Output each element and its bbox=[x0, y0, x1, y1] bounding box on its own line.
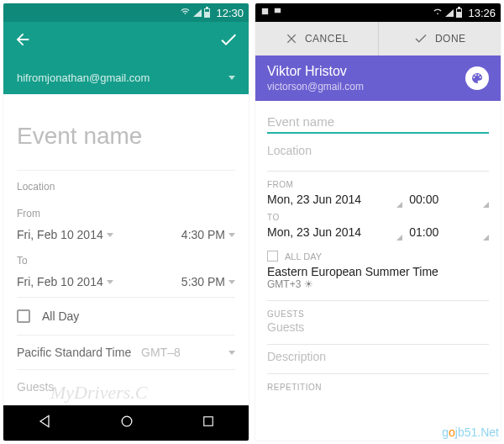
from-time-picker[interactable]: 4:30 PM bbox=[181, 228, 235, 241]
spinner-icon bbox=[483, 235, 489, 240]
repetition-label: REPETITION bbox=[267, 383, 489, 392]
battery-icon bbox=[456, 8, 462, 18]
location-input[interactable]: Location bbox=[267, 139, 489, 166]
notification-icon bbox=[273, 7, 282, 18]
svg-rect-1 bbox=[204, 417, 213, 426]
from-time-picker[interactable]: 00:00 bbox=[409, 189, 489, 208]
timezone-selector[interactable]: Pacific Standard Time GMT–8 bbox=[17, 335, 235, 369]
dropdown-icon bbox=[228, 280, 235, 284]
svg-rect-2 bbox=[262, 8, 268, 14]
event-name-input[interactable]: Event name bbox=[267, 109, 489, 134]
user-name: Viktor Hristov bbox=[267, 64, 364, 79]
dropdown-icon bbox=[228, 351, 235, 355]
wifi-icon bbox=[433, 7, 443, 18]
guests-input[interactable]: Guests bbox=[267, 319, 489, 339]
nav-recent-icon[interactable] bbox=[201, 414, 216, 432]
battery-icon bbox=[204, 8, 210, 18]
event-name-input[interactable]: Event name bbox=[17, 108, 235, 170]
wifi-icon bbox=[180, 7, 191, 18]
checkbox-icon bbox=[267, 251, 278, 262]
notification-icon bbox=[260, 7, 270, 18]
phone-right: 13:26 CANCEL DONE Viktor Hristov victors… bbox=[255, 3, 501, 441]
to-date-picker[interactable]: Fri, Feb 10 2014 bbox=[17, 275, 113, 288]
dropdown-icon bbox=[107, 280, 113, 284]
to-date-picker[interactable]: Mon, 23 Jun 2014 bbox=[267, 222, 402, 240]
timezone-selector[interactable]: Eastern European Summer Time bbox=[267, 265, 489, 278]
all-day-toggle[interactable]: All Day bbox=[17, 297, 235, 335]
to-time-picker[interactable]: 01:00 bbox=[409, 222, 489, 240]
back-icon[interactable] bbox=[13, 30, 32, 52]
dropdown-icon bbox=[228, 233, 235, 237]
sun-icon: ☀ bbox=[304, 278, 313, 290]
dropdown-icon bbox=[107, 233, 113, 237]
system-nav-bar bbox=[3, 405, 249, 441]
calendar-selector[interactable]: Viktor Hristov victorson@gmail.com bbox=[255, 56, 501, 101]
done-icon[interactable] bbox=[218, 29, 239, 53]
spinner-icon bbox=[396, 202, 402, 208]
signal-icon bbox=[445, 9, 454, 17]
description-input[interactable]: Description bbox=[267, 348, 489, 368]
nav-home-icon[interactable] bbox=[118, 413, 135, 433]
spinner-icon bbox=[396, 235, 402, 240]
to-time-picker[interactable]: 5:30 PM bbox=[181, 275, 235, 288]
nav-back-icon[interactable] bbox=[36, 413, 53, 433]
spinner-icon bbox=[483, 202, 489, 208]
status-bar: 13:26 bbox=[255, 3, 501, 22]
to-label: To bbox=[17, 250, 235, 267]
location-input[interactable]: Location bbox=[17, 170, 235, 203]
account-selector[interactable]: hifromjonathan@gmail.com bbox=[3, 61, 249, 94]
status-time: 13:26 bbox=[468, 7, 496, 19]
to-label: TO bbox=[267, 213, 489, 222]
dropdown-icon bbox=[228, 76, 235, 80]
all-day-toggle[interactable]: ALL DAY bbox=[267, 244, 489, 265]
phone-left: 12:30 hifromjonathan@gmail.com Event nam… bbox=[3, 3, 249, 441]
svg-point-0 bbox=[122, 416, 132, 426]
guests-input[interactable]: Guests bbox=[17, 369, 235, 394]
cancel-button[interactable]: CANCEL bbox=[255, 22, 379, 56]
signal-icon bbox=[193, 9, 202, 17]
from-date-picker[interactable]: Mon, 23 Jun 2014 bbox=[267, 189, 402, 208]
status-bar: 12:30 bbox=[3, 3, 249, 22]
account-email: hifromjonathan@gmail.com bbox=[17, 71, 150, 84]
checkbox-icon bbox=[17, 309, 30, 323]
done-button[interactable]: DONE bbox=[379, 22, 501, 56]
from-label: From bbox=[17, 203, 235, 219]
user-email: victorson@gmail.com bbox=[267, 81, 364, 92]
guests-label: GUESTS bbox=[267, 309, 489, 319]
app-bar bbox=[3, 22, 249, 61]
status-time: 12:30 bbox=[216, 7, 244, 19]
from-date-picker[interactable]: Fri, Feb 10 2014 bbox=[17, 228, 113, 241]
action-bar: CANCEL DONE bbox=[255, 22, 501, 56]
from-label: FROM bbox=[267, 180, 489, 189]
color-picker-button[interactable] bbox=[465, 66, 489, 90]
